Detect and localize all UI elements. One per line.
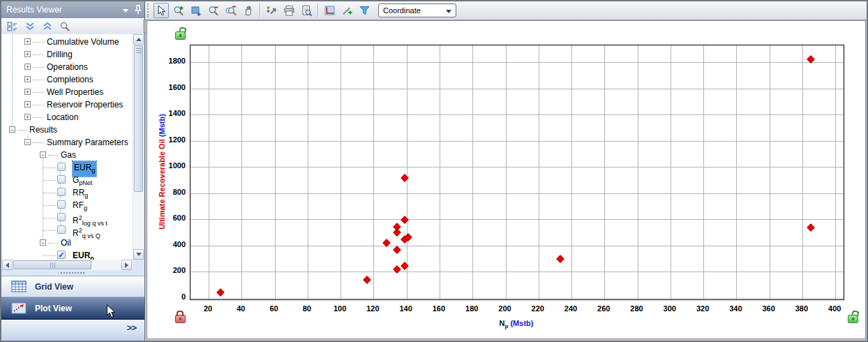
- tree-item-rf-g[interactable]: RFg: [1, 199, 133, 211]
- scroll-right-button[interactable]: [121, 260, 132, 270]
- filter-icon[interactable]: [357, 3, 372, 18]
- expand-all-icon[interactable]: [41, 21, 54, 32]
- checkbox-rr-g[interactable]: [57, 188, 66, 196]
- zoom-previous-icon[interactable]: [223, 3, 239, 18]
- plot-view-button[interactable]: Plot View: [1, 297, 144, 320]
- tree-item-eur-o[interactable]: ✓EURo: [1, 249, 133, 260]
- tree-item-location[interactable]: +Location: [1, 111, 133, 124]
- x-tick-label: 80: [303, 304, 311, 313]
- select-pointer-tool[interactable]: [154, 3, 169, 18]
- zoom-out-icon[interactable]: [206, 3, 221, 18]
- tree-item-results[interactable]: −Results: [1, 124, 133, 136]
- tree-connector: [33, 80, 44, 80]
- tree-collapse-toggle[interactable]: −: [24, 139, 31, 145]
- tree-item-gas[interactable]: −Gas: [1, 149, 133, 161]
- checkbox-gp-net[interactable]: [57, 175, 66, 184]
- gridline-horizontal: [190, 114, 844, 115]
- tree-item-gp-net[interactable]: GpNet: [1, 174, 133, 186]
- tree-item-eur-g[interactable]: EURg: [1, 161, 133, 174]
- tree-item-well-properties[interactable]: +Well Properties: [1, 86, 133, 98]
- tree-expand-toggle[interactable]: +: [24, 101, 31, 107]
- tree-connector: [43, 218, 56, 218]
- tree-item-oil[interactable]: −Oil: [1, 237, 133, 249]
- x-axis-unlock-icon[interactable]: [848, 315, 858, 323]
- tree-connector: [33, 105, 44, 105]
- checkbox-r2-log-q-vs-t[interactable]: [57, 213, 66, 221]
- gridline-horizontal: [190, 62, 844, 63]
- vertical-scroll-thumb[interactable]: [134, 45, 143, 192]
- print-preview-icon[interactable]: [299, 3, 314, 18]
- toolbar-grip[interactable]: [147, 3, 151, 17]
- copy-plot-icon[interactable]: [264, 3, 279, 18]
- checkbox-rf-g[interactable]: [57, 200, 66, 209]
- origin-lock-icon[interactable]: [175, 315, 186, 323]
- grid-view-label: Grid View: [35, 282, 73, 292]
- checkbox-eur-g[interactable]: [57, 163, 66, 171]
- tree-connector: [43, 180, 56, 181]
- axis-properties-icon[interactable]: [322, 3, 337, 18]
- chart-area[interactable]: [190, 45, 844, 300]
- plot-mode-dropdown[interactable]: Coordinate: [378, 3, 456, 17]
- y-axis-unlock-icon[interactable]: [175, 31, 186, 40]
- scroll-up-button[interactable]: [133, 34, 144, 45]
- tree-expand-toggle[interactable]: +: [24, 76, 31, 82]
- tree-item-label: Cumulative Volume: [47, 36, 119, 48]
- plot-panel: Coordinate Ultimate Recoverable Oil (Mst…: [144, 1, 867, 341]
- tree-collapse-toggle[interactable]: −: [9, 126, 15, 133]
- checkbox-r2-q-vs-q[interactable]: [57, 225, 66, 234]
- tree-expand-toggle[interactable]: +: [24, 51, 31, 57]
- gridline-vertical: [802, 45, 803, 299]
- pin-icon[interactable]: [134, 5, 142, 17]
- plot-view-label: Plot View: [35, 304, 72, 313]
- tree-vertical-scrollbar[interactable]: [133, 34, 144, 260]
- tree-item-operations[interactable]: +Operations: [1, 61, 133, 73]
- sidebar-bottom-bar: >>: [1, 320, 144, 341]
- checkbox-eur-o[interactable]: ✓: [57, 251, 66, 259]
- more-views-button[interactable]: >>: [127, 322, 136, 333]
- horizontal-scroll-thumb[interactable]: [13, 260, 91, 269]
- x-tick-label: 20: [204, 304, 212, 313]
- print-icon[interactable]: [281, 3, 297, 18]
- gridline-vertical: [472, 45, 473, 299]
- tree-expand-toggle[interactable]: +: [24, 89, 31, 95]
- add-reference-line-icon[interactable]: [339, 3, 354, 18]
- x-tick-label: 100: [334, 304, 346, 313]
- zoom-window-icon[interactable]: [188, 3, 204, 18]
- gridline-horizontal: [190, 272, 844, 272]
- collapse-all-icon[interactable]: [24, 21, 36, 32]
- scroll-left-button[interactable]: [2, 260, 13, 270]
- tree-collapse-toggle[interactable]: −: [40, 151, 46, 158]
- x-axis-label: Np (Mstb): [500, 319, 534, 329]
- x-tick-label: 400: [828, 304, 841, 313]
- chevron-down-icon[interactable]: [121, 5, 130, 17]
- tree-expand-toggle[interactable]: +: [24, 114, 31, 120]
- panel-toolbar: [1, 18, 144, 34]
- panel-titlebar: Results Viewer: [1, 1, 144, 18]
- tree-item-r2-q-vs-q[interactable]: R2q vs Q: [1, 224, 133, 237]
- zoom-in-icon[interactable]: [171, 3, 186, 18]
- scroll-down-button[interactable]: [133, 249, 144, 260]
- tree-horizontal-scrollbar[interactable]: [1, 260, 133, 270]
- tree-connector: [33, 142, 44, 143]
- tree-item-rr-g[interactable]: RRg: [1, 186, 133, 199]
- data-point: [556, 255, 564, 262]
- pan-hand-icon[interactable]: [241, 3, 256, 18]
- tree-item-reservoir-properties[interactable]: +Reservoir Properties: [1, 98, 133, 111]
- tree-item-completions[interactable]: +Completions: [1, 73, 133, 86]
- tree-layout-icon[interactable]: [6, 21, 19, 32]
- tree-expand-toggle[interactable]: +: [24, 64, 31, 70]
- search-icon[interactable]: [59, 21, 71, 32]
- panel-splitter[interactable]: [1, 270, 144, 276]
- x-tick-label: 180: [465, 304, 478, 313]
- tree-item-r2-log-q-vs-t[interactable]: R2log q vs t: [1, 211, 133, 224]
- tree-expand-toggle[interactable]: +: [24, 38, 31, 45]
- grid-view-button[interactable]: Grid View: [1, 276, 144, 297]
- panel-title: Results Viewer: [6, 5, 62, 15]
- tree-item-label: Oil: [61, 237, 71, 249]
- tree-collapse-toggle[interactable]: −: [40, 239, 46, 246]
- tree-item-drilling[interactable]: +Drilling: [1, 48, 133, 61]
- y-tick-label: 1400: [156, 109, 186, 117]
- x-tick-label: 380: [795, 304, 808, 313]
- tree-item-summary-parameters[interactable]: −Summary Parameters: [1, 136, 133, 149]
- tree-item-cumulative-volume[interactable]: +Cumulative Volume: [1, 36, 133, 48]
